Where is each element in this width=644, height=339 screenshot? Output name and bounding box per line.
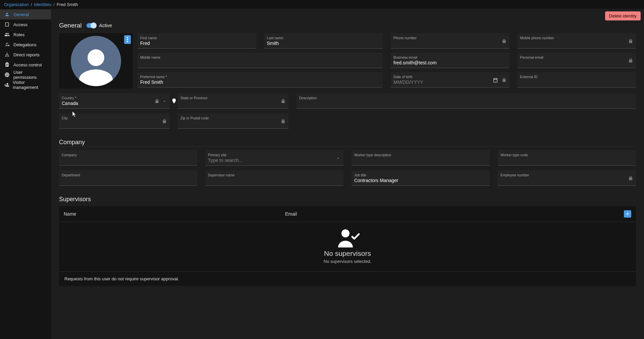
business-email-field[interactable]: Business email fred.smith@test.com — [391, 53, 509, 68]
department-field[interactable]: Department — [59, 170, 197, 186]
person-icon — [4, 12, 10, 17]
field-value: Fred — [140, 41, 254, 47]
sidebar-item-visitor-management[interactable]: Visitor management — [0, 80, 51, 90]
breadcrumb-sep: / — [53, 2, 55, 7]
sidebar-item-roles[interactable]: Roles — [0, 30, 51, 40]
employee-number-field[interactable]: Employee number — [498, 170, 636, 186]
zip-field[interactable]: Zip or Postal code — [178, 113, 288, 129]
company-field[interactable]: Company — [59, 150, 197, 166]
sidebar-item-delegations[interactable]: Delegations — [0, 40, 51, 50]
supervisors-table: Name Email + No supervisors No superviso… — [59, 206, 636, 286]
field-label: City — [62, 116, 167, 120]
field-label: Job title — [354, 173, 487, 177]
field-label: Supervisor name — [208, 173, 341, 177]
avatar-placeholder — [71, 36, 121, 86]
sidebar-item-general[interactable]: General — [0, 9, 51, 19]
field-label: Employee number — [500, 173, 633, 177]
delete-identity-button[interactable]: Delete identity — [605, 11, 641, 20]
mobile-phone-field[interactable]: Mobile phone number — [518, 33, 636, 49]
column-header-name: Name — [64, 211, 285, 217]
sidebar-item-label: General — [13, 12, 29, 17]
sidebar-item-access[interactable]: Access — [0, 19, 51, 30]
field-value: Contractors Manager — [354, 178, 487, 184]
sidebar-item-direct-reports[interactable]: Direct reports — [0, 50, 51, 60]
sidebar-item-label: Access control — [13, 62, 42, 67]
date-of-birth-field[interactable]: Date of birth MM/DD/YYYY — [391, 72, 509, 88]
field-value — [354, 158, 487, 164]
preferred-name-field[interactable]: Preferred name * Fred Smith — [138, 72, 383, 88]
lock-icon — [280, 119, 286, 125]
column-header-email: Email — [285, 211, 624, 217]
field-value — [180, 101, 286, 107]
field-label: Phone number — [393, 36, 507, 40]
breadcrumb-current: Fred Smith — [57, 2, 78, 7]
active-toggle[interactable] — [87, 23, 97, 28]
primary-site-field[interactable]: Primary site Type to search... — [205, 150, 343, 166]
supervisors-note: Requests from this user do not require s… — [59, 271, 636, 286]
field-value — [520, 79, 634, 86]
lock-icon — [154, 99, 160, 105]
field-label: First name — [140, 36, 254, 40]
field-label: Country * — [62, 96, 167, 100]
sidebar: General Access Roles Delegations Direct … — [0, 9, 51, 339]
sidebar-item-access-control[interactable]: Access control — [0, 60, 51, 70]
field-value — [62, 158, 195, 164]
field-value — [62, 121, 167, 127]
first-name-field[interactable]: First name Fred — [138, 33, 256, 49]
lock-icon — [280, 99, 286, 105]
external-id-field[interactable]: External ID — [518, 72, 636, 88]
field-value — [299, 101, 633, 107]
breadcrumb-organization[interactable]: Organization — [4, 2, 29, 7]
lock-icon — [628, 176, 633, 182]
lock-icon — [501, 77, 507, 84]
field-label: Zip or Postal code — [180, 116, 286, 120]
personal-email-field[interactable]: Personal email — [518, 53, 636, 68]
last-name-field[interactable]: Last name Smith — [264, 33, 383, 49]
worker-type-description-field[interactable]: Worker type description — [352, 150, 490, 166]
avatar-menu-button[interactable] — [124, 35, 131, 44]
lock-icon — [628, 58, 633, 64]
chevron-down-icon[interactable] — [335, 156, 341, 162]
field-value: Fred Smith — [140, 79, 380, 86]
sidebar-item-label: User permissions — [13, 70, 47, 80]
chevron-down-icon[interactable] — [162, 99, 167, 105]
supervisor-name-field[interactable]: Supervisor name — [205, 170, 343, 186]
description-field[interactable]: Description — [297, 93, 636, 109]
location-pin-icon[interactable] — [171, 97, 177, 106]
empty-title: No supervisors — [324, 249, 371, 258]
field-value — [208, 178, 341, 184]
avatar-box — [59, 33, 133, 89]
svg-point-1 — [127, 39, 128, 40]
job-title-field[interactable]: Job title Contractors Manager — [352, 170, 490, 186]
section-title-general: General — [59, 22, 82, 29]
sidebar-item-label: Roles — [13, 32, 24, 37]
field-value — [393, 41, 507, 47]
field-value — [500, 178, 633, 184]
phone-number-field[interactable]: Phone number — [391, 33, 509, 49]
globe-icon — [4, 72, 10, 77]
field-placeholder: Type to search... — [208, 158, 341, 164]
field-label: Mobile phone number — [520, 36, 634, 40]
field-value: Smith — [267, 41, 380, 47]
breadcrumb: Organization / Identities / Fred Smith — [0, 0, 644, 9]
country-field[interactable]: Country * Canada — [59, 93, 170, 109]
field-label: Last name — [267, 36, 380, 40]
sidebar-item-label: Direct reports — [13, 52, 40, 57]
breadcrumb-identities[interactable]: Identities — [34, 2, 51, 7]
field-label: Department — [62, 173, 195, 177]
breadcrumb-sep: / — [31, 2, 32, 7]
middle-name-field[interactable]: Middle name — [138, 53, 383, 68]
sidebar-item-user-permissions[interactable]: User permissions — [0, 70, 51, 80]
field-value — [500, 158, 633, 164]
field-label: Date of birth — [393, 75, 507, 79]
city-field[interactable]: City — [59, 113, 170, 129]
state-field[interactable]: State or Province — [178, 93, 288, 109]
field-value — [520, 41, 634, 47]
worker-type-code-field[interactable]: Worker type code — [498, 150, 636, 166]
field-label: Description — [299, 96, 633, 100]
section-title-company: Company — [59, 139, 636, 146]
add-supervisor-button[interactable]: + — [624, 210, 631, 218]
calendar-icon[interactable] — [493, 77, 498, 84]
active-toggle-label: Active — [99, 23, 112, 28]
field-label: Worker type description — [354, 153, 487, 157]
